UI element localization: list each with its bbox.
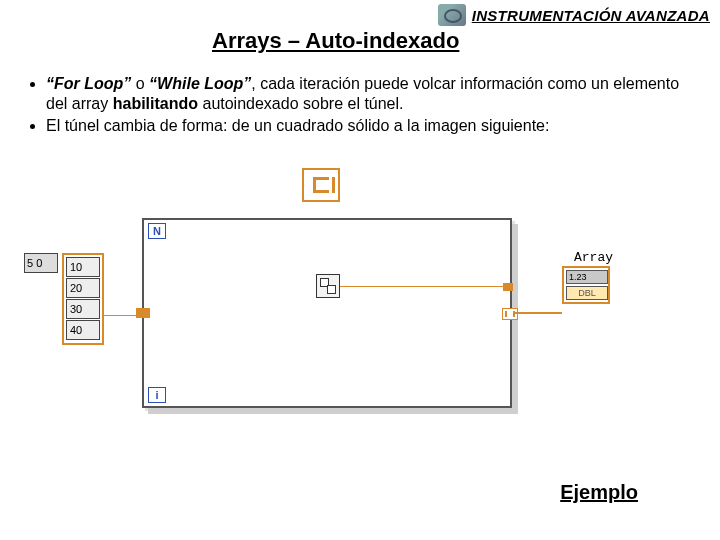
- bullet-1-mid1: o: [131, 75, 149, 92]
- bullet-1-forloop: “For Loop”: [46, 75, 131, 92]
- example-link[interactable]: Ejemplo: [560, 481, 638, 504]
- wire-dice-to-tunnel: [340, 286, 512, 287]
- random-number-icon: [316, 274, 340, 298]
- array-size-field: 5 0: [24, 253, 58, 273]
- wire-output: [514, 312, 562, 314]
- for-loop-frame: N i: [142, 218, 512, 408]
- loop-n-terminal: N: [148, 223, 166, 239]
- loop-i-terminal: i: [148, 387, 166, 403]
- bullet-2: El túnel cambia de forma: de un cuadrado…: [46, 116, 702, 136]
- input-cell: 40: [66, 320, 100, 340]
- bullet-1: “For Loop” o “While Loop”, cada iteració…: [46, 74, 702, 114]
- input-cell: 10: [66, 257, 100, 277]
- autoindex-tunnel-icon: [302, 168, 340, 202]
- output-array-type: DBL: [566, 286, 608, 300]
- output-array-label: Array: [574, 250, 613, 265]
- bullet-1-tail: autoindexado sobre el túnel.: [198, 95, 403, 112]
- input-cell: 30: [66, 299, 100, 319]
- input-tunnel-icon: [136, 308, 150, 318]
- page-title: Arrays – Auto-indexado: [212, 28, 459, 54]
- input-array-control: 5 0 10 20 30 40: [62, 253, 104, 345]
- header-logo-icon: [438, 4, 466, 26]
- bullet-1-whileloop: “While Loop”: [149, 75, 251, 92]
- output-array-header: 1.23: [566, 270, 608, 284]
- wire-endpoint-icon: [503, 283, 513, 291]
- input-array-box: 10 20 30 40: [62, 253, 104, 345]
- labview-diagram: 5 0 10 20 30 40 N i Array 1.23 DBL: [62, 168, 652, 428]
- output-array-indicator: 1.23 DBL: [562, 266, 610, 304]
- input-cell: 20: [66, 278, 100, 298]
- output-autoindex-tunnel-icon: [502, 308, 518, 320]
- bullet-1-bold: habilitando: [113, 95, 198, 112]
- bullet-list: “For Loop” o “While Loop”, cada iteració…: [26, 74, 702, 138]
- header-brand: INSTRUMENTACIÓN AVANZADA: [472, 7, 710, 24]
